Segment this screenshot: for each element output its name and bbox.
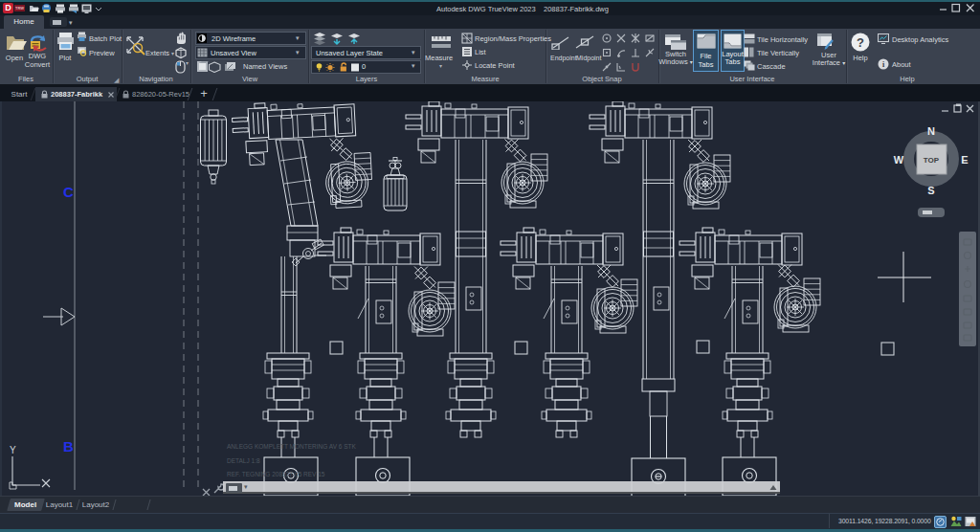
svg-text:E: E — [961, 154, 968, 166]
svg-text:ANLEGG KOMPLETT MONTERING AV 6: ANLEGG KOMPLETT MONTERING AV 6 STK — [227, 443, 357, 450]
svg-text:?: ? — [857, 35, 864, 50]
svg-text:N: N — [927, 125, 935, 137]
svg-text:DETALJ 1:8: DETALJ 1:8 — [227, 457, 260, 464]
svg-text:Y: Y — [10, 445, 16, 455]
svg-text:S: S — [927, 185, 934, 196]
svg-text:W: W — [894, 154, 904, 166]
svg-text:B: B — [63, 438, 74, 454]
svg-text:REF. TEGNING 208837-05 REV 15: REF. TEGNING 208837-05 REV 15 — [227, 471, 325, 477]
svg-text:C: C — [63, 184, 74, 200]
svg-text:TOP: TOP — [924, 156, 940, 165]
